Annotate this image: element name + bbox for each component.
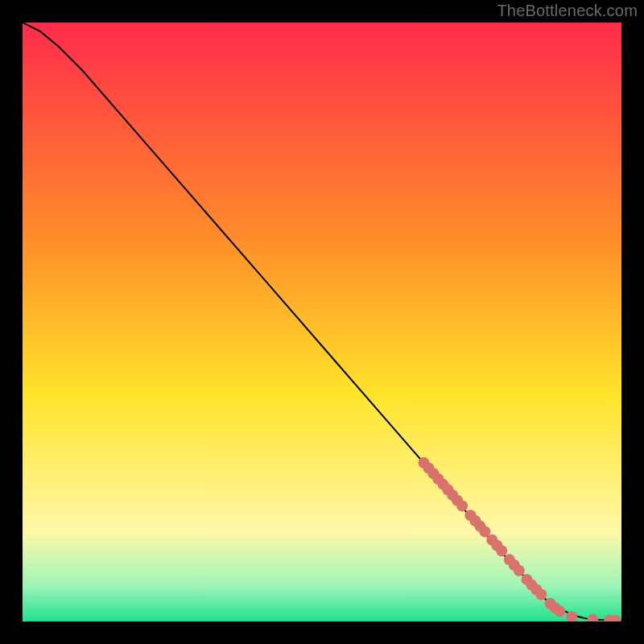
data-marker [535, 589, 547, 601]
data-marker [514, 565, 525, 576]
chart-svg [23, 23, 621, 621]
attribution-text: TheBottleneck.com [497, 2, 638, 20]
data-marker [456, 500, 468, 511]
data-marker [554, 605, 565, 617]
gradient-background [23, 23, 621, 621]
chart-frame: TheBottleneck.com [0, 0, 644, 644]
plot-area [23, 23, 621, 621]
data-marker [496, 545, 507, 556]
